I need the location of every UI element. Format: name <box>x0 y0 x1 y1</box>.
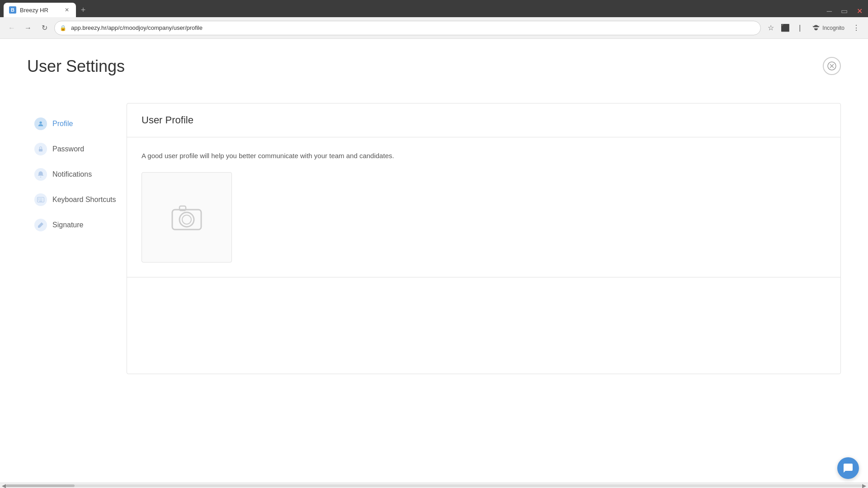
sidebar-notifications-label: Notifications <box>52 170 92 178</box>
sidebar-item-password[interactable]: Password <box>27 137 127 161</box>
browser-actions: ☆ ⬛ | Incognito ⋮ <box>764 22 863 34</box>
sidebar-profile-label: Profile <box>52 120 73 128</box>
forward-button[interactable]: → <box>22 22 34 34</box>
lock-icon: 🔒 <box>60 25 66 31</box>
close-icon <box>827 61 836 70</box>
tab-favicon: B <box>9 6 16 14</box>
bell-icon <box>37 171 44 178</box>
svg-rect-6 <box>38 198 39 199</box>
close-settings-button[interactable] <box>823 57 841 75</box>
minimize-button[interactable]: ─ <box>825 5 834 17</box>
settings-layout: Profile Password Notif <box>27 103 841 374</box>
incognito-button[interactable]: Incognito <box>808 22 848 34</box>
sidebar-password-label: Password <box>52 145 84 153</box>
svg-rect-9 <box>38 200 39 200</box>
maximize-button[interactable]: ▭ <box>839 5 849 17</box>
svg-rect-4 <box>39 149 42 151</box>
keyboard-icon-container <box>34 193 47 206</box>
incognito-label: Incognito <box>822 25 844 31</box>
section-description: A good user profile will help you better… <box>142 152 826 160</box>
camera-icon <box>169 201 205 234</box>
section-divider <box>127 277 840 277</box>
svg-rect-8 <box>41 198 42 199</box>
sidebar-item-signature[interactable]: Signature <box>27 213 127 237</box>
back-button[interactable]: ← <box>5 22 18 34</box>
tab-label: Breezy HR <box>20 7 60 14</box>
svg-rect-10 <box>40 200 41 200</box>
sidebar-item-notifications[interactable]: Notifications <box>27 163 127 186</box>
address-bar-container: 🔒 <box>54 21 761 35</box>
profile-button[interactable]: | <box>793 22 806 34</box>
keyboard-icon <box>37 197 44 202</box>
notifications-icon-container <box>34 168 47 181</box>
svg-point-14 <box>179 212 194 227</box>
settings-sidebar: Profile Password Notif <box>27 103 127 374</box>
extensions-button[interactable]: ⬛ <box>779 22 792 34</box>
lock-icon <box>38 145 44 153</box>
user-icon <box>37 120 44 127</box>
section-body: A good user profile will help you better… <box>127 137 840 277</box>
menu-button[interactable]: ⋮ <box>850 22 863 34</box>
section-title: User Profile <box>142 114 826 126</box>
svg-rect-12 <box>39 201 42 202</box>
profile-icon-container <box>34 117 47 130</box>
svg-point-3 <box>39 122 42 124</box>
sidebar-item-keyboard-shortcuts[interactable]: Keyboard Shortcuts <box>27 188 127 211</box>
sidebar-item-profile[interactable]: Profile <box>27 112 127 136</box>
chat-icon <box>843 463 854 468</box>
page-content: User Settings Profile <box>0 39 868 468</box>
photo-upload-area[interactable] <box>142 172 232 263</box>
settings-main: User Profile A good user profile will he… <box>127 103 841 374</box>
sidebar-keyboard-label: Keyboard Shortcuts <box>52 196 116 204</box>
incognito-icon <box>811 23 821 33</box>
new-tab-button[interactable]: + <box>77 4 90 16</box>
password-icon-container <box>34 143 47 155</box>
svg-rect-11 <box>41 200 42 200</box>
refresh-button[interactable]: ↻ <box>38 22 51 34</box>
signature-icon-container <box>34 219 47 231</box>
bookmark-button[interactable]: ☆ <box>764 22 777 34</box>
tab-bar: B Breezy HR ✕ + ─ ▭ ✕ <box>0 0 868 17</box>
svg-rect-7 <box>40 198 41 199</box>
address-input[interactable] <box>54 21 761 35</box>
section-header: User Profile <box>127 103 840 137</box>
tab-close-button[interactable]: ✕ <box>63 6 71 14</box>
address-bar: ← → ↻ 🔒 ☆ ⬛ | Incognito ⋮ <box>0 17 868 39</box>
page-title: User Settings <box>27 57 841 76</box>
close-window-button[interactable]: ✕ <box>855 5 864 17</box>
svg-point-15 <box>182 215 191 224</box>
active-tab[interactable]: B Breezy HR ✕ <box>4 3 76 17</box>
sidebar-signature-label: Signature <box>52 221 84 229</box>
window-controls: ─ ▭ ✕ <box>825 5 864 17</box>
pen-icon <box>37 221 44 229</box>
